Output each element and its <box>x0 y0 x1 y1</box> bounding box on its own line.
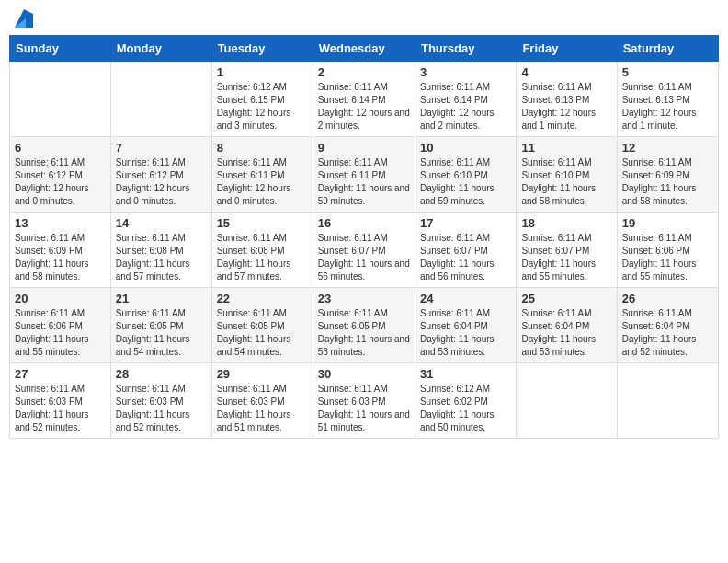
day-number: 4 <box>521 65 611 79</box>
calendar-day-cell: 13Sunrise: 6:11 AM Sunset: 6:09 PM Dayli… <box>10 213 111 288</box>
day-number: 9 <box>318 141 410 155</box>
day-info: Sunrise: 6:11 AM Sunset: 6:10 PM Dayligh… <box>420 156 511 208</box>
day-number: 3 <box>420 65 511 79</box>
day-info: Sunrise: 6:11 AM Sunset: 6:09 PM Dayligh… <box>15 232 106 283</box>
day-number: 21 <box>116 292 207 305</box>
day-number: 25 <box>521 292 611 305</box>
day-info: Sunrise: 6:11 AM Sunset: 6:04 PM Dayligh… <box>622 307 713 359</box>
day-info: Sunrise: 6:12 AM Sunset: 6:15 PM Dayligh… <box>217 81 308 132</box>
day-info: Sunrise: 6:11 AM Sunset: 6:14 PM Dayligh… <box>420 81 511 132</box>
calendar-week-row: 6Sunrise: 6:11 AM Sunset: 6:12 PM Daylig… <box>10 137 719 213</box>
logo-icon <box>15 9 33 28</box>
day-number: 11 <box>521 141 611 155</box>
calendar-day-cell: 31Sunrise: 6:12 AM Sunset: 6:02 PM Dayli… <box>415 363 516 439</box>
calendar-day-cell: 27Sunrise: 6:11 AM Sunset: 6:03 PM Dayli… <box>10 363 111 439</box>
day-info: Sunrise: 6:11 AM Sunset: 6:08 PM Dayligh… <box>217 232 308 283</box>
calendar-day-cell: 21Sunrise: 6:11 AM Sunset: 6:05 PM Dayli… <box>110 288 211 363</box>
calendar-day-cell: 22Sunrise: 6:11 AM Sunset: 6:05 PM Dayli… <box>211 288 313 363</box>
calendar-weekday-saturday: Saturday <box>617 36 718 62</box>
day-info: Sunrise: 6:11 AM Sunset: 6:05 PM Dayligh… <box>116 307 207 359</box>
calendar-day-cell: 15Sunrise: 6:11 AM Sunset: 6:08 PM Dayli… <box>211 213 313 288</box>
day-number: 30 <box>318 367 410 381</box>
day-info: Sunrise: 6:11 AM Sunset: 6:13 PM Dayligh… <box>622 81 713 132</box>
day-info: Sunrise: 6:12 AM Sunset: 6:02 PM Dayligh… <box>420 383 511 434</box>
day-info: Sunrise: 6:11 AM Sunset: 6:04 PM Dayligh… <box>420 307 511 359</box>
calendar-day-cell: 25Sunrise: 6:11 AM Sunset: 6:04 PM Dayli… <box>517 288 617 363</box>
calendar-day-cell: 7Sunrise: 6:11 AM Sunset: 6:12 PM Daylig… <box>110 137 211 213</box>
calendar-day-cell: 26Sunrise: 6:11 AM Sunset: 6:04 PM Dayli… <box>617 288 718 363</box>
day-number: 28 <box>116 367 207 381</box>
day-info: Sunrise: 6:11 AM Sunset: 6:05 PM Dayligh… <box>217 307 308 359</box>
day-number: 26 <box>622 292 713 305</box>
calendar-day-cell: 24Sunrise: 6:11 AM Sunset: 6:04 PM Dayli… <box>415 288 516 363</box>
calendar-table: SundayMondayTuesdayWednesdayThursdayFrid… <box>9 35 719 439</box>
day-number: 17 <box>420 216 511 230</box>
day-number: 18 <box>521 216 611 230</box>
day-info: Sunrise: 6:11 AM Sunset: 6:07 PM Dayligh… <box>318 232 410 283</box>
calendar-day-cell: 20Sunrise: 6:11 AM Sunset: 6:06 PM Dayli… <box>10 288 111 363</box>
day-info: Sunrise: 6:11 AM Sunset: 6:06 PM Dayligh… <box>15 307 106 359</box>
day-number: 7 <box>116 141 207 155</box>
day-number: 13 <box>15 216 106 230</box>
calendar-day-cell: 9Sunrise: 6:11 AM Sunset: 6:11 PM Daylig… <box>313 137 415 213</box>
calendar-day-cell: 16Sunrise: 6:11 AM Sunset: 6:07 PM Dayli… <box>313 213 415 288</box>
calendar-day-cell <box>110 62 211 137</box>
calendar-weekday-wednesday: Wednesday <box>313 36 415 62</box>
day-number: 1 <box>217 65 308 79</box>
calendar-day-cell: 12Sunrise: 6:11 AM Sunset: 6:09 PM Dayli… <box>617 137 718 213</box>
day-number: 27 <box>15 367 106 381</box>
day-number: 12 <box>622 141 713 155</box>
calendar-weekday-monday: Monday <box>110 36 211 62</box>
day-number: 29 <box>217 367 308 381</box>
day-info: Sunrise: 6:11 AM Sunset: 6:11 PM Dayligh… <box>318 156 410 208</box>
day-number: 19 <box>622 216 713 230</box>
day-info: Sunrise: 6:11 AM Sunset: 6:12 PM Dayligh… <box>15 156 106 208</box>
day-info: Sunrise: 6:11 AM Sunset: 6:13 PM Dayligh… <box>521 81 611 132</box>
day-info: Sunrise: 6:11 AM Sunset: 6:14 PM Dayligh… <box>318 81 410 132</box>
calendar-day-cell: 4Sunrise: 6:11 AM Sunset: 6:13 PM Daylig… <box>517 62 617 137</box>
calendar-day-cell: 1Sunrise: 6:12 AM Sunset: 6:15 PM Daylig… <box>211 62 313 137</box>
calendar-day-cell: 6Sunrise: 6:11 AM Sunset: 6:12 PM Daylig… <box>10 137 111 213</box>
calendar-day-cell: 18Sunrise: 6:11 AM Sunset: 6:07 PM Dayli… <box>517 213 617 288</box>
calendar-day-cell: 28Sunrise: 6:11 AM Sunset: 6:03 PM Dayli… <box>110 363 211 439</box>
day-info: Sunrise: 6:11 AM Sunset: 6:09 PM Dayligh… <box>622 156 713 208</box>
calendar-day-cell <box>517 363 617 439</box>
day-number: 16 <box>318 216 410 230</box>
day-info: Sunrise: 6:11 AM Sunset: 6:03 PM Dayligh… <box>116 383 207 434</box>
day-number: 14 <box>116 216 207 230</box>
day-number: 15 <box>217 216 308 230</box>
day-info: Sunrise: 6:11 AM Sunset: 6:06 PM Dayligh… <box>622 232 713 283</box>
calendar-day-cell: 29Sunrise: 6:11 AM Sunset: 6:03 PM Dayli… <box>211 363 313 439</box>
day-number: 5 <box>622 65 713 79</box>
calendar-day-cell: 14Sunrise: 6:11 AM Sunset: 6:08 PM Dayli… <box>110 213 211 288</box>
day-info: Sunrise: 6:11 AM Sunset: 6:12 PM Dayligh… <box>116 156 207 208</box>
day-number: 6 <box>15 141 106 155</box>
day-info: Sunrise: 6:11 AM Sunset: 6:03 PM Dayligh… <box>15 383 106 434</box>
calendar-weekday-friday: Friday <box>517 36 617 62</box>
day-number: 31 <box>420 367 511 381</box>
calendar-weekday-sunday: Sunday <box>10 36 111 62</box>
day-info: Sunrise: 6:11 AM Sunset: 6:04 PM Dayligh… <box>521 307 611 359</box>
calendar-day-cell: 30Sunrise: 6:11 AM Sunset: 6:03 PM Dayli… <box>313 363 415 439</box>
calendar-week-row: 1Sunrise: 6:12 AM Sunset: 6:15 PM Daylig… <box>10 62 719 137</box>
day-number: 10 <box>420 141 511 155</box>
day-number: 22 <box>217 292 308 305</box>
calendar-day-cell: 11Sunrise: 6:11 AM Sunset: 6:10 PM Dayli… <box>517 137 617 213</box>
calendar-weekday-tuesday: Tuesday <box>211 36 313 62</box>
calendar-weekday-thursday: Thursday <box>415 36 516 62</box>
logo <box>13 9 33 28</box>
calendar-week-row: 20Sunrise: 6:11 AM Sunset: 6:06 PM Dayli… <box>10 288 719 363</box>
day-info: Sunrise: 6:11 AM Sunset: 6:07 PM Dayligh… <box>420 232 511 283</box>
day-number: 23 <box>318 292 410 305</box>
calendar-day-cell: 2Sunrise: 6:11 AM Sunset: 6:14 PM Daylig… <box>313 62 415 137</box>
day-number: 2 <box>318 65 410 79</box>
calendar-day-cell: 19Sunrise: 6:11 AM Sunset: 6:06 PM Dayli… <box>617 213 718 288</box>
calendar-day-cell: 10Sunrise: 6:11 AM Sunset: 6:10 PM Dayli… <box>415 137 516 213</box>
calendar-day-cell: 17Sunrise: 6:11 AM Sunset: 6:07 PM Dayli… <box>415 213 516 288</box>
calendar-day-cell: 3Sunrise: 6:11 AM Sunset: 6:14 PM Daylig… <box>415 62 516 137</box>
day-info: Sunrise: 6:11 AM Sunset: 6:05 PM Dayligh… <box>318 307 410 359</box>
day-info: Sunrise: 6:11 AM Sunset: 6:03 PM Dayligh… <box>217 383 308 434</box>
calendar-day-cell: 8Sunrise: 6:11 AM Sunset: 6:11 PM Daylig… <box>211 137 313 213</box>
day-info: Sunrise: 6:11 AM Sunset: 6:10 PM Dayligh… <box>521 156 611 208</box>
calendar-week-row: 27Sunrise: 6:11 AM Sunset: 6:03 PM Dayli… <box>10 363 719 439</box>
